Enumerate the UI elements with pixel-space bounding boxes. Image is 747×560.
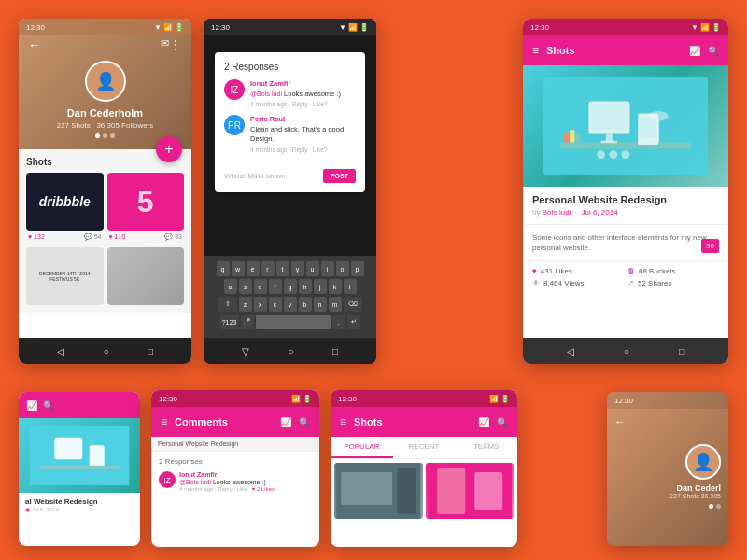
home-nav-2[interactable]: ○ <box>288 346 293 357</box>
key-q[interactable]: q <box>217 261 230 276</box>
shots-grid: dribbble ♥ 132 💬 54 5 ♥ 110 💬 33 DECEM <box>26 173 184 305</box>
key-x[interactable]: x <box>254 297 267 312</box>
tab-popular[interactable]: POPULAR <box>331 437 393 458</box>
key-m[interactable]: m <box>329 297 342 312</box>
keyboard-row-1: q w e r t y u i o p <box>207 261 373 276</box>
shot-thumb-4[interactable] <box>107 247 185 305</box>
key-t[interactable]: t <box>276 261 289 276</box>
recents-nav-icon[interactable]: □ <box>148 346 153 357</box>
phone7-back-bar: ← <box>607 409 728 435</box>
phone6-search-icon[interactable]: 🔍 <box>497 417 508 427</box>
key-enter[interactable]: ↵ <box>347 315 360 329</box>
phone4-shot-info: al Website Redesign ◉ Jul 6, 2014 <box>19 493 140 517</box>
key-h[interactable]: h <box>299 279 312 294</box>
key-o[interactable]: o <box>336 261 349 276</box>
key-period[interactable]: . <box>332 315 345 329</box>
key-v[interactable]: v <box>284 297 297 312</box>
tab-recent[interactable]: RECENT <box>393 437 456 458</box>
key-space[interactable] <box>256 315 331 329</box>
shot-thumb-2[interactable]: 5 <box>107 173 185 231</box>
responses-header: 2 Responses <box>224 62 356 72</box>
key-w[interactable]: w <box>232 261 245 276</box>
key-y[interactable]: y <box>291 261 304 276</box>
tab-teams[interactable]: TEAMS <box>455 437 517 458</box>
status-time-3: 12:30 <box>530 23 549 32</box>
back-nav-icon[interactable]: ◁ <box>57 346 64 357</box>
key-backspace[interactable]: ⌫ <box>344 297 362 312</box>
mini-responses-header: 2 Responses <box>159 457 312 466</box>
key-p[interactable]: p <box>351 261 364 276</box>
bucket-icon: 🗑 <box>627 267 635 275</box>
phone5-menu-icon[interactable]: ≡ <box>161 415 167 428</box>
key-i[interactable]: i <box>321 261 334 276</box>
shot-stats-1: ♥ 132 💬 54 <box>26 231 104 244</box>
key-s[interactable]: s <box>239 279 252 294</box>
keyboard-row-4: ?123 🎤 . ↵ <box>207 315 373 329</box>
key-c[interactable]: c <box>269 297 282 312</box>
views-stat: 👁 8,464 Views <box>532 279 624 287</box>
back-nav-2[interactable]: ▽ <box>242 346 249 357</box>
shot-description: Some icons and other interface elements … <box>523 225 728 261</box>
comment-text-2: Perte Raul Clean and slick. That's a goo… <box>250 115 356 145</box>
mini-shot-2[interactable] <box>426 463 514 519</box>
phone4-illustration <box>26 426 133 485</box>
likes-stat: ♥ 431 Likes <box>532 267 624 275</box>
keyboard-row-3: ⇧ z x c v b n m ⌫ <box>207 297 373 312</box>
post-row: Whoa! Mind blown. POST <box>224 169 356 183</box>
comment-meta-2: 4 months ago · Reply · Like? <box>250 147 356 153</box>
comment-username-tag: @Bots ludi <box>250 91 282 97</box>
back-icon[interactable]: ← <box>28 37 41 52</box>
key-z[interactable]: z <box>239 297 252 312</box>
activity-icon[interactable]: 📈 <box>689 46 700 56</box>
key-a[interactable]: a <box>224 279 237 294</box>
home-nav-icon[interactable]: ○ <box>103 346 108 357</box>
menu-icon[interactable]: ≡ <box>532 44 539 57</box>
key-n[interactable]: n <box>314 297 327 312</box>
key-r[interactable]: r <box>261 261 275 276</box>
more-icon[interactable]: ⋮ <box>169 37 182 52</box>
mini-shot-1[interactable] <box>334 463 423 519</box>
phone6-toolbar: ≡ Shots 📈 🔍 <box>331 407 517 437</box>
key-d[interactable]: d <box>254 279 267 294</box>
engagement-grid: ♥ 431 Likes 🗑 68 Buckets 👁 8,464 Views ↗… <box>523 261 728 293</box>
phone4-activity-icon[interactable]: 📈 <box>26 400 37 411</box>
key-l[interactable]: l <box>344 279 357 294</box>
shot-thumb-1[interactable]: dribbble <box>26 173 104 231</box>
comment-avatar-2: PR <box>224 115 245 135</box>
back-nav-3[interactable]: ◁ <box>567 346 574 357</box>
mini-shot-2-img <box>426 463 514 519</box>
key-numbers[interactable]: ?123 <box>220 315 239 329</box>
key-u[interactable]: u <box>306 261 319 276</box>
phone6-menu-icon[interactable]: ≡ <box>340 415 346 428</box>
phone6-activity-icon[interactable]: 📈 <box>478 417 489 427</box>
key-k[interactable]: k <box>329 279 342 294</box>
key-shift[interactable]: ⇧ <box>218 297 237 312</box>
recents-nav-3[interactable]: □ <box>679 346 684 357</box>
phone-nav-2: ▽ ○ □ <box>204 338 376 364</box>
post-button[interactable]: POST <box>323 169 356 183</box>
phone7-avatar: 👤 <box>685 444 721 480</box>
search-icon[interactable]: 🔍 <box>708 46 719 56</box>
key-b[interactable]: b <box>299 297 312 312</box>
phone4-search-icon[interactable]: 🔍 <box>43 400 54 411</box>
phone-shots-list: 12:30 📶 🔋 ≡ Shots 📈 🔍 POPULAR RECENT TEA… <box>331 390 517 547</box>
phone5-activity-icon[interactable]: 📈 <box>280 417 291 427</box>
status-bar-6: 12:30 📶 🔋 <box>331 390 517 407</box>
phone5-search-icon[interactable]: 🔍 <box>299 417 310 427</box>
comment-avatar-1: IZ <box>224 79 245 100</box>
key-e[interactable]: e <box>247 261 260 276</box>
post-input[interactable]: Whoa! Mind blown. <box>224 172 317 180</box>
recents-nav-2[interactable]: □ <box>332 346 338 357</box>
key-mic[interactable]: 🎤 <box>241 315 254 329</box>
key-g[interactable]: g <box>284 279 297 294</box>
home-nav-3[interactable]: ○ <box>624 346 629 357</box>
shot-thumb-3[interactable]: DECEMBER 14TH 2014FESTIVUS 5K <box>26 247 104 305</box>
phone7-back-icon[interactable]: ← <box>614 415 626 428</box>
svg-rect-24 <box>437 468 465 514</box>
fab-add-button[interactable]: + <box>156 136 182 162</box>
svg-rect-19 <box>39 466 119 469</box>
mini-comment-body: Ionut Zamfir @Bots ludi Looks awesome :)… <box>179 471 275 492</box>
key-j[interactable]: j <box>314 279 327 294</box>
mail-icon[interactable]: ✉ <box>161 37 169 49</box>
key-f[interactable]: f <box>269 279 282 294</box>
